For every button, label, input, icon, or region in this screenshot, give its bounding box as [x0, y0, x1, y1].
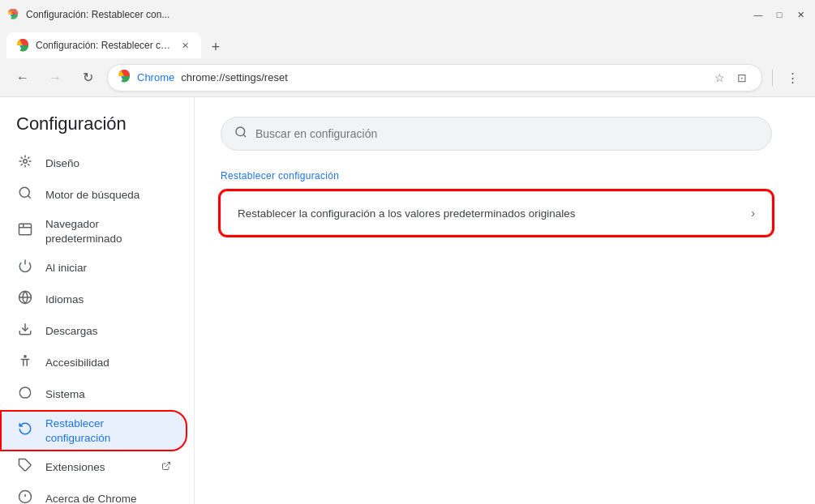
- idiomas-icon: [16, 290, 34, 309]
- accesibilidad-icon: [16, 353, 34, 372]
- back-button[interactable]: ←: [10, 65, 36, 91]
- address-bar[interactable]: Chrome chrome://settings/reset ☆ ⊡: [107, 64, 762, 92]
- title-bar: Configuración: Restablecer con... — □ ✕: [0, 0, 815, 29]
- chrome-brand: Chrome: [137, 71, 174, 83]
- sidebar-title: Configuración: [0, 107, 194, 147]
- chevron-right-icon: ›: [751, 207, 755, 220]
- sidebar-label-restablecer: Restablecer configuración: [45, 416, 171, 445]
- search-bar-wrapper: [221, 117, 789, 151]
- sidebar-item-accesibilidad[interactable]: Accesibilidad: [0, 347, 187, 378]
- svg-point-4: [19, 187, 29, 197]
- reset-item-label: Restablecer la configuración a los valor…: [238, 207, 575, 220]
- sidebar-item-motor[interactable]: Motor de búsqueda: [0, 179, 187, 211]
- svg-point-14: [236, 127, 245, 136]
- sidebar-item-idiomas[interactable]: Idiomas: [0, 284, 187, 315]
- tab-title-bar: Configuración: Restablecer con...: [26, 9, 744, 20]
- menu-button[interactable]: ⋮: [779, 65, 805, 91]
- sidebar-item-extensiones[interactable]: Extensiones: [0, 451, 187, 483]
- sidebar-item-diseno[interactable]: Diseño: [0, 147, 187, 179]
- iniciar-icon: [16, 258, 34, 277]
- extensiones-icon: [16, 458, 34, 476]
- external-link-icon: [161, 461, 171, 473]
- extension-icon[interactable]: ⊡: [732, 68, 752, 88]
- svg-point-8: [24, 356, 26, 357]
- motor-icon: [16, 186, 34, 204]
- minimize-button[interactable]: —: [750, 6, 766, 23]
- toolbar-right: ⋮: [769, 65, 805, 91]
- maximize-button[interactable]: □: [771, 6, 787, 23]
- forward-button[interactable]: →: [42, 65, 68, 91]
- diseno-icon: [16, 154, 34, 173]
- sidebar-item-descargas[interactable]: Descargas: [0, 315, 187, 347]
- address-icons: ☆ ⊡: [710, 68, 752, 88]
- new-tab-button[interactable]: +: [204, 36, 227, 58]
- bookmark-icon[interactable]: ☆: [710, 68, 729, 88]
- sidebar-item-navegador[interactable]: Navegador predeterminado: [0, 211, 187, 252]
- sistema-icon: [16, 385, 34, 404]
- main-panel: Restablecer configuración Restablecer la…: [195, 97, 815, 504]
- svg-line-10: [165, 463, 170, 468]
- sidebar-label-navegador: Navegador predeterminado: [45, 217, 171, 246]
- sidebar-label-diseno: Diseño: [45, 156, 171, 171]
- reload-button[interactable]: ↻: [75, 65, 101, 91]
- svg-point-3: [24, 160, 28, 164]
- restablecer-icon: [16, 421, 34, 440]
- sidebar-label-iniciar: Al iniciar: [45, 261, 171, 275]
- search-input[interactable]: [255, 127, 758, 140]
- tab-bar: Configuración: Restablecer con... ✕ +: [0, 29, 815, 58]
- tab-favicon: [16, 39, 29, 52]
- active-tab[interactable]: Configuración: Restablecer con... ✕: [6, 32, 201, 58]
- search-bar: [221, 117, 772, 151]
- search-icon: [234, 126, 247, 142]
- sidebar: Configuración Diseño Motor de búsqueda: [0, 97, 195, 504]
- sidebar-label-descargas: Descargas: [45, 324, 171, 339]
- tab-title: Configuración: Restablecer con...: [36, 40, 172, 51]
- toolbar: ← → ↻ Chrome chrome://settings/reset ☆ ⊡…: [0, 58, 815, 97]
- tab-close-button[interactable]: ✕: [178, 39, 191, 52]
- window-controls: — □ ✕: [750, 6, 809, 23]
- svg-rect-5: [19, 224, 32, 235]
- sidebar-label-idiomas: Idiomas: [45, 293, 171, 307]
- navegador-icon: [16, 222, 34, 241]
- sidebar-item-iniciar[interactable]: Al iniciar: [0, 252, 187, 284]
- section-title: Restablecer configuración: [221, 170, 789, 182]
- sidebar-label-accesibilidad: Accesibilidad: [45, 356, 171, 370]
- sidebar-item-sistema[interactable]: Sistema: [0, 378, 187, 410]
- sidebar-label-extensiones: Extensiones: [45, 460, 150, 475]
- close-button[interactable]: ✕: [792, 6, 809, 23]
- address-url: chrome://settings/reset: [181, 71, 703, 83]
- toolbar-divider: [772, 70, 773, 86]
- sidebar-item-restablecer[interactable]: Restablecer configuración: [0, 410, 187, 451]
- reset-item[interactable]: Restablecer la configuración a los valor…: [221, 192, 771, 234]
- tab-favicon-small: [6, 8, 19, 21]
- sidebar-label-sistema: Sistema: [45, 387, 171, 402]
- acerca-icon: [16, 489, 34, 504]
- sidebar-item-acerca[interactable]: Acerca de Chrome: [0, 483, 187, 504]
- sidebar-label-acerca: Acerca de Chrome: [45, 492, 171, 504]
- reset-card: Restablecer la configuración a los valor…: [221, 191, 772, 235]
- address-favicon: [118, 70, 131, 86]
- sidebar-label-motor: Motor de búsqueda: [45, 188, 171, 203]
- content-area: Configuración Diseño Motor de búsqueda: [0, 97, 815, 504]
- descargas-icon: [16, 322, 34, 340]
